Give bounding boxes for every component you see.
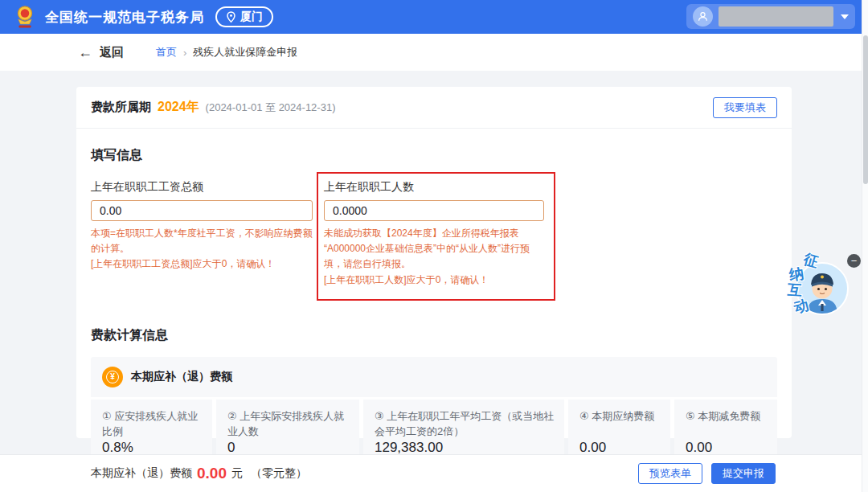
app-title: 全国统一规范电子税务局 (45, 8, 204, 27)
col-header: ⑤ 本期减免费额 (686, 408, 769, 424)
calc-info-title: 费款计算信息 (91, 327, 777, 344)
period-header: 费款所属期 2024年 (2024-01-01 至 2024-12-31) 我要… (76, 87, 792, 129)
col-value: 0.00 (686, 440, 769, 456)
user-account-menu[interactable] (686, 4, 855, 29)
col-header: ① 应安排残疾人就业比例 (102, 408, 204, 440)
employee-count-input[interactable] (324, 200, 544, 221)
field-warning: [上年在职职工工资总额]应大于0，请确认！ (91, 256, 313, 272)
scrollbar-thumb[interactable] (863, 35, 868, 184)
breadcrumb-current: 残疾人就业保障金申报 (193, 45, 297, 59)
location-pin-icon (226, 11, 236, 23)
submit-declaration-button[interactable]: 提交申报 (711, 463, 776, 484)
calc-panel-header: ¥ 本期应补（退）费额 (91, 357, 777, 397)
footer-amount-value: 0.00 (197, 465, 227, 482)
field-warning: 未能成功获取【2024年度】企业所得税年报表“A000000企业基础信息表”中的… (324, 226, 544, 273)
fill-info-section: 填写信息 上年在职职工工资总额 本项=在职职工人数*年度社平工资，不影响应纳费额… (76, 129, 792, 288)
col-value: 0.00 (579, 440, 662, 456)
footer-amount-label: 本期应补（退）费额 (91, 466, 192, 481)
total-wages-input[interactable] (91, 200, 313, 221)
col-header: ② 上年实际安排残疾人就业人数 (227, 408, 351, 440)
period-year: 2024年 (158, 99, 199, 116)
col-header: ④ 本期应纳费额 (579, 408, 662, 424)
footer-amount-words: （零元整） (251, 466, 307, 481)
period-range: (2024-01-01 至 2024-12-31) (206, 100, 336, 115)
footer-bar: 本期应补（退）费额 0.00 元 （零元整） 预览表单 提交申报 (0, 454, 862, 492)
fill-form-button[interactable]: 我要填表 (713, 97, 777, 118)
app-header: 全国统一规范电子税务局 厦门 (0, 0, 868, 34)
chevron-down-icon (841, 14, 849, 19)
interaction-widget: 征 纳 互 动 − (786, 249, 865, 320)
footer-actions: 预览表单 提交申报 (638, 463, 776, 484)
back-button[interactable]: 返回 (100, 45, 124, 60)
fields-row: 上年在职职工工资总额 本项=在职职工人数*年度社平工资，不影响应纳费额的计算。 … (91, 180, 777, 288)
footer-amount-unit: 元 (231, 466, 243, 481)
mascot-officer-avatar[interactable] (796, 262, 849, 315)
user-avatar (693, 6, 713, 27)
field-warning: 本项=在职职工人数*年度社平工资，不影响应纳费额的计算。 (91, 226, 313, 256)
yen-symbol: ¥ (106, 371, 119, 383)
col-value: 0.8% (102, 440, 204, 456)
calc-panel: ¥ 本期应补（退）费额 ① 应安排残疾人就业比例 0.8% ② 上年实际安排残疾… (91, 357, 777, 465)
username-redacted (719, 6, 833, 27)
breadcrumb-separator: › (183, 47, 186, 59)
location-selector[interactable]: 厦门 (215, 6, 273, 27)
col-header: ③ 上年在职职工年平均工资（或当地社会平均工资的2倍） (375, 408, 556, 440)
calc-info-section: 费款计算信息 ¥ 本期应补（退）费额 ① 应安排残疾人就业比例 0.8% ② 上… (76, 309, 792, 465)
breadcrumb-bar: ← 返回 首页 › 残疾人就业保障金申报 (0, 34, 862, 71)
calc-panel-title: 本期应补（退）费额 (131, 370, 232, 384)
field-label: 上年在职职工人数 (324, 180, 544, 195)
period-label: 费款所属期 (91, 100, 151, 115)
field-label: 上年在职职工工资总额 (91, 180, 313, 195)
location-label: 厦门 (240, 10, 263, 24)
fill-info-title: 填写信息 (91, 147, 777, 164)
declaration-card: 费款所属期 2024年 (2024-01-01 至 2024-12-31) 我要… (76, 87, 792, 438)
field-employee-count: 上年在职职工人数 未能成功获取【2024年度】企业所得税年报表“A000000企… (324, 180, 544, 288)
breadcrumb-home-link[interactable]: 首页 (156, 45, 177, 59)
col-value: 129,383.00 (375, 440, 556, 456)
col-value: 0 (227, 440, 351, 456)
minimize-widget-button[interactable]: − (847, 254, 861, 268)
person-icon (697, 10, 709, 23)
preview-form-button[interactable]: 预览表单 (638, 463, 702, 484)
yen-icon: ¥ (102, 367, 123, 387)
back-arrow-icon[interactable]: ← (78, 45, 92, 59)
page-scrollbar[interactable] (862, 0, 868, 492)
tax-bureau-logo (13, 4, 37, 30)
field-total-wages: 上年在职职工工资总额 本项=在职职工人数*年度社平工资，不影响应纳费额的计算。 … (91, 180, 313, 288)
field-warning: [上年在职职工人数]应大于0，请确认！ (324, 273, 544, 288)
